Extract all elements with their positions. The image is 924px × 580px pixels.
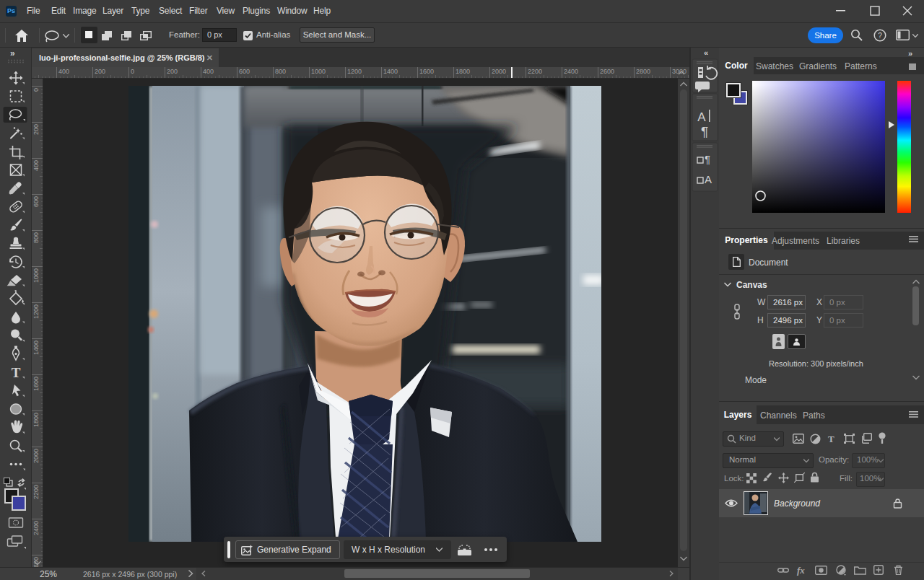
svg-text:2400: 2400 xyxy=(564,68,578,75)
svg-text:1000: 1000 xyxy=(311,68,326,75)
svg-text:200: 200 xyxy=(95,68,105,75)
svg-text:0: 0 xyxy=(131,68,134,75)
svg-text:2600: 2600 xyxy=(600,68,614,75)
svg-text:A: A xyxy=(705,173,712,185)
svg-text:2000: 2000 xyxy=(32,449,40,463)
svg-text:400: 400 xyxy=(58,68,69,75)
svg-text:1600: 1600 xyxy=(419,68,434,75)
svg-text:T: T xyxy=(12,365,21,380)
svg-text:600: 600 xyxy=(239,68,250,75)
svg-text:200: 200 xyxy=(167,68,178,75)
svg-text:¶: ¶ xyxy=(701,124,708,139)
svg-text:¶: ¶ xyxy=(705,153,710,165)
svg-text:800: 800 xyxy=(32,232,40,243)
svg-text:2400: 2400 xyxy=(32,521,40,535)
svg-text:1400: 1400 xyxy=(32,340,40,355)
svg-text:?: ? xyxy=(878,32,882,40)
svg-text:2200: 2200 xyxy=(32,485,40,499)
svg-text:400: 400 xyxy=(203,68,214,75)
svg-text:«: « xyxy=(704,48,708,57)
svg-text:A: A xyxy=(697,110,706,124)
svg-text:400: 400 xyxy=(32,160,40,171)
svg-text:1200: 1200 xyxy=(32,304,40,319)
svg-text:0: 0 xyxy=(32,88,40,92)
svg-text:2200: 2200 xyxy=(528,68,542,75)
svg-text:1000: 1000 xyxy=(32,268,40,283)
svg-text:200: 200 xyxy=(32,124,40,135)
svg-text:1800: 1800 xyxy=(32,413,40,427)
svg-text:1600: 1600 xyxy=(32,377,40,391)
svg-text:»: » xyxy=(10,48,15,58)
svg-text:2800: 2800 xyxy=(636,68,650,75)
svg-text:600: 600 xyxy=(32,196,40,207)
svg-text:1800: 1800 xyxy=(456,68,470,75)
svg-text:1400: 1400 xyxy=(383,68,398,75)
svg-text:2000: 2000 xyxy=(492,68,506,75)
svg-text:1200: 1200 xyxy=(347,68,362,75)
svg-text:800: 800 xyxy=(275,68,286,75)
